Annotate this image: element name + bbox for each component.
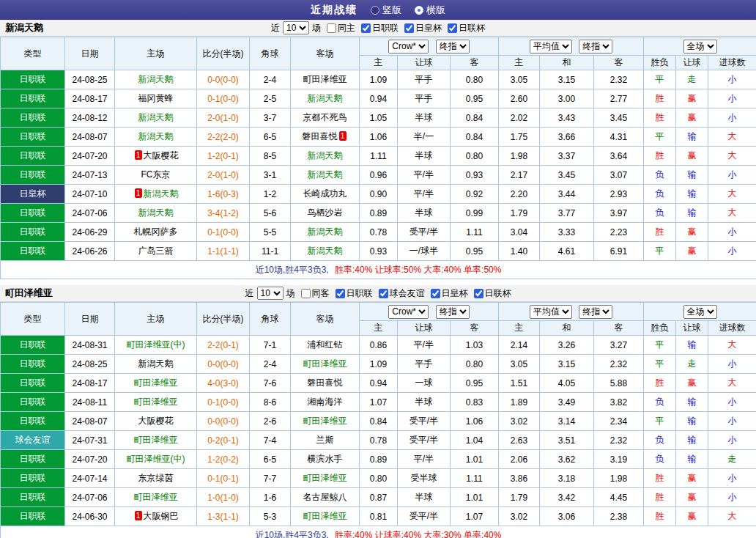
home-team-name[interactable]: 新潟天鹅 <box>138 131 174 141</box>
away-team-name[interactable]: 町田泽维亚 <box>303 511 347 521</box>
filter-checkbox[interactable]: 球会友谊 <box>376 287 425 300</box>
euro-away-odds: 3.07 <box>594 166 644 185</box>
home-team-name[interactable]: 广岛三箭 <box>138 246 174 256</box>
home-team-name[interactable]: 新潟天鹅 <box>138 358 174 369</box>
filter-checkbox[interactable]: 日职联 <box>333 287 373 300</box>
section-header: 町田泽维亚 近 10 场 同客 日职联 <box>0 285 756 302</box>
summary-record: 近10场,胜4平3负3, <box>256 265 329 275</box>
asian-away-odds: 0.84 <box>451 128 499 147</box>
match-row: 日职联 24-08-25 新潟天鹅 0-0(0-0) 2-4 町田泽维亚 1.0… <box>1 355 756 374</box>
league-badge: 球会友谊 <box>1 431 65 450</box>
filter-checkbox[interactable]: 日联杯 <box>471 287 511 300</box>
away-team-name[interactable]: 浦和红钻 <box>308 339 343 350</box>
filter-checkbox-input[interactable] <box>327 23 336 33</box>
euro-home-odds: 1.51 <box>499 374 540 393</box>
home-team-name[interactable]: 町田泽维亚 <box>134 397 178 407</box>
result-goals: 大 <box>708 185 756 204</box>
home-team-name[interactable]: 新潟天鹅 <box>138 112 174 122</box>
filter-checkbox-input[interactable] <box>301 289 311 298</box>
home-team-name[interactable]: 町田泽维亚 <box>134 492 178 502</box>
filter-checkbox-input[interactable] <box>361 23 371 33</box>
home-team-name[interactable]: 札幌冈萨多 <box>134 226 178 237</box>
away-team-name[interactable]: 横滨水手 <box>308 454 343 464</box>
euro-time-select[interactable]: 终指 <box>579 40 612 54</box>
col-home: 主场 <box>115 303 197 336</box>
filter-checkbox-input[interactable] <box>448 23 457 33</box>
away-team-name[interactable]: 兰斯 <box>316 435 334 445</box>
filter-checkbox-input[interactable] <box>379 289 388 298</box>
scope-select[interactable]: 全场 <box>683 305 717 319</box>
home-team-name[interactable]: 町田泽维亚 <box>134 435 178 445</box>
match-date: 24-08-11 <box>65 393 115 412</box>
euro-avg-select[interactable]: 平均值 <box>530 305 572 319</box>
home-team-name[interactable]: 大阪樱花 <box>138 416 174 426</box>
home-team-cell: 新潟天鹅 <box>115 204 197 223</box>
corner-cell: 7-1 <box>250 336 291 355</box>
filter-checkbox-input[interactable] <box>474 289 483 298</box>
layout-radio-vertical[interactable]: 竖版 <box>371 4 401 17</box>
away-team-name[interactable]: 新潟天鹅 <box>308 246 343 256</box>
home-team-name[interactable]: 东京绿茵 <box>138 473 174 483</box>
filter-checkbox[interactable]: 日皇杯 <box>428 287 468 300</box>
filter-checkbox[interactable]: 同主 <box>324 22 355 34</box>
euro-away-odds: 1.98 <box>594 469 644 488</box>
home-team-name[interactable]: 新潟天鹅 <box>138 74 174 84</box>
away-team-name[interactable]: 町田泽维亚 <box>303 358 347 369</box>
league-badge: 日职联 <box>1 488 65 507</box>
result-wdl: 负 <box>644 185 676 204</box>
topbar: 近期战绩 竖版 横版 <box>0 0 756 20</box>
match-count-select[interactable]: 10 <box>283 21 309 34</box>
away-team-name[interactable]: 町田泽维亚 <box>303 416 347 426</box>
away-team-name[interactable]: 新潟天鹅 <box>308 150 343 161</box>
home-team-name[interactable]: 大阪樱花 <box>144 150 179 161</box>
scope-select[interactable]: 全场 <box>683 40 717 54</box>
score-cell: 0-1(0-0) <box>197 89 250 108</box>
score-cell: 0-0(0-0) <box>197 412 250 431</box>
away-team-name[interactable]: 京都不死鸟 <box>303 112 347 122</box>
away-team-name[interactable]: 名古屋鲸八 <box>303 492 347 502</box>
euro-draw-odds: 3.45 <box>540 166 594 185</box>
filter-checkbox[interactable]: 日皇杯 <box>401 22 442 34</box>
filter-checkbox[interactable]: 日联杯 <box>445 22 485 34</box>
subcol-handicap-result: 让球 <box>676 56 708 70</box>
result-goals: 小 <box>708 488 756 507</box>
euro-avg-select[interactable]: 平均值 <box>530 40 572 54</box>
filter-checkbox[interactable]: 日职联 <box>358 22 399 34</box>
away-team-name[interactable]: 町田泽维亚 <box>303 74 347 84</box>
bookmaker-select[interactable]: Crow* <box>388 40 429 54</box>
away-team-cell: 町田泽维亚 <box>291 507 360 526</box>
match-date: 24-08-17 <box>65 374 115 393</box>
asian-time-select[interactable]: 终指 <box>436 40 470 54</box>
asian-time-select[interactable]: 终指 <box>436 305 470 319</box>
corner-cell: 2-6 <box>250 412 291 431</box>
home-team-name[interactable]: FC东京 <box>141 169 171 180</box>
home-team-name[interactable]: 新潟天鹅 <box>144 188 179 199</box>
away-team-name[interactable]: 新潟天鹅 <box>308 169 343 180</box>
home-team-name[interactable]: 町田泽维亚(中) <box>127 454 185 464</box>
home-team-name[interactable]: 新潟天鹅 <box>138 207 174 218</box>
euro-time-select[interactable]: 终指 <box>579 305 612 319</box>
home-team-name[interactable]: 町田泽维亚(中) <box>127 339 185 350</box>
subcol-handicap: 让球 <box>398 321 451 336</box>
away-team-name[interactable]: 鸟栖沙岩 <box>308 207 343 218</box>
filter-checkbox-input[interactable] <box>336 289 345 298</box>
filter-checkbox-label: 同主 <box>338 22 355 34</box>
away-team-name[interactable]: 新潟天鹅 <box>308 93 343 103</box>
filter-checkbox[interactable]: 同客 <box>298 287 330 300</box>
away-team-name[interactable]: 新潟天鹅 <box>308 226 343 237</box>
away-team-name[interactable]: 湘南海洋 <box>308 397 343 407</box>
away-team-name[interactable]: 长崎成功丸 <box>303 188 347 199</box>
home-team-name[interactable]: 町田泽维亚 <box>134 377 178 388</box>
filter-checkbox-input[interactable] <box>404 23 414 33</box>
corner-cell: 3-7 <box>250 108 291 128</box>
asian-odds-group: Crow* 终指 <box>360 303 499 321</box>
away-team-name[interactable]: 磐田喜悦 <box>308 377 343 388</box>
layout-radio-horizontal[interactable]: 横版 <box>415 4 445 17</box>
home-team-name[interactable]: 大阪钢巴 <box>144 511 179 521</box>
away-team-name[interactable]: 町田泽维亚 <box>303 473 347 483</box>
filter-checkbox-input[interactable] <box>431 289 440 298</box>
bookmaker-select[interactable]: Crow* <box>388 305 429 319</box>
away-team-name[interactable]: 磐田喜悦 <box>303 131 338 141</box>
match-count-select[interactable]: 10 <box>257 287 284 300</box>
home-team-name[interactable]: 福冈黄蜂 <box>138 93 174 103</box>
